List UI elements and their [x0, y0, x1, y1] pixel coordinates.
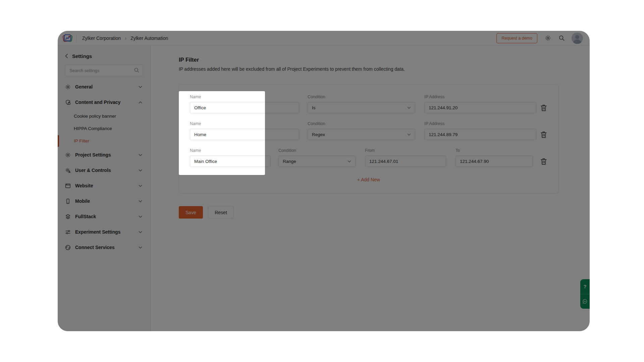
chevron-down-icon [139, 231, 142, 233]
sidebar-title: Settings [72, 53, 92, 59]
name-label: Name [190, 148, 201, 153]
page-description: IP addresses added here will be excluded… [179, 67, 405, 72]
delete-row-icon[interactable] [540, 158, 547, 166]
sub-item-label: IP Filter [74, 138, 89, 143]
sync-icon [65, 245, 71, 250]
settings-sidebar: Settings General [58, 46, 151, 331]
condition-value: Range [283, 159, 296, 164]
chevron-up-icon [139, 101, 142, 104]
gear-user-icon [65, 168, 71, 173]
active-indicator [58, 135, 59, 147]
sidebar-item-label: FullStack [75, 214, 139, 219]
reset-button[interactable]: Reset [208, 206, 234, 219]
sidebar-item-label: Experiment Settings [75, 229, 139, 235]
breadcrumb-project[interactable]: Zylker Automation [130, 36, 168, 41]
sidebar-item-project-settings[interactable]: Project Settings [58, 147, 150, 163]
ip-address-input[interactable] [424, 102, 536, 113]
sub-item-label: HIPPA Compliance [74, 126, 112, 131]
chevron-down-icon [407, 133, 411, 136]
ip-address-label: IP Address [424, 121, 444, 126]
condition-value: Regex [312, 132, 325, 137]
sidebar-item-user-and-controls[interactable]: User & Controls [58, 163, 150, 178]
from-input[interactable] [365, 156, 446, 167]
condition-value: Is [312, 105, 316, 110]
page-title: IP Filter [179, 57, 199, 63]
sidebar-item-general[interactable]: General [58, 79, 150, 95]
delete-row-icon[interactable] [540, 104, 547, 112]
pagesense-logo-icon [62, 34, 72, 43]
sidebar-item-mobile[interactable]: Mobile [58, 193, 150, 209]
sidebar-item-label: General [75, 84, 139, 89]
condition-select[interactable]: Is [308, 102, 415, 113]
condition-label: Condition [278, 148, 296, 153]
sidebar-item-cookie-policy-banner[interactable]: Cookie policy banner [58, 110, 150, 122]
chevron-down-icon [347, 160, 351, 163]
shield-lock-icon [65, 100, 71, 105]
sidebar-item-label: Connect Services [75, 245, 139, 250]
sidebar-item-label: User & Controls [75, 168, 139, 173]
delete-row-icon[interactable] [540, 131, 547, 139]
sidebar-item-label: Project Settings [75, 152, 139, 158]
sidebar-search [65, 64, 143, 76]
add-new-link[interactable]: + Add New [179, 177, 558, 182]
chevron-down-icon [139, 246, 142, 249]
search-settings-input[interactable] [65, 64, 143, 76]
name-input[interactable] [190, 156, 271, 167]
sidebar-item-experiment-settings[interactable]: Experiment Settings [58, 224, 150, 240]
save-button[interactable]: Save [179, 206, 203, 219]
sidebar-item-label: Website [75, 183, 139, 188]
breadcrumb-separator: › [125, 35, 126, 41]
settings-back[interactable]: Settings [65, 52, 143, 60]
sliders-icon [65, 229, 71, 235]
sidebar-item-label: Content and Privacy [75, 100, 139, 105]
app-window: Zylker Corporation › Zylker Automation R… [58, 31, 590, 331]
name-label: Name [190, 95, 201, 99]
main-content: IP Filter IP addresses added here will b… [151, 46, 590, 331]
topbar: Zylker Corporation › Zylker Automation R… [58, 31, 590, 46]
chevron-left-icon [65, 54, 68, 58]
ip-address-label: IP Address [424, 95, 444, 99]
sidebar-item-connect-services[interactable]: Connect Services [58, 240, 150, 255]
layers-icon [65, 214, 71, 220]
question-icon: ? [583, 284, 586, 289]
condition-select[interactable]: Range [278, 156, 356, 167]
gear-icon[interactable] [545, 35, 551, 41]
sidebar-item-ip-filter[interactable]: IP Filter [58, 135, 150, 147]
search-icon[interactable] [558, 35, 565, 41]
chevron-down-icon [139, 216, 142, 218]
chevron-down-icon [139, 200, 142, 202]
gear-icon [65, 84, 71, 90]
to-input[interactable] [455, 156, 533, 167]
sidebar-item-hippa-compliance[interactable]: HIPPA Compliance [58, 122, 150, 135]
sidebar-item-label: Mobile [75, 198, 139, 204]
request-demo-button[interactable]: Request a demo [496, 33, 537, 43]
help-chat-button[interactable] [580, 294, 590, 309]
condition-select[interactable]: Regex [308, 129, 415, 140]
sidebar-item-content-and-privacy[interactable]: Content and Privacy [58, 95, 150, 110]
condition-label: Condition [308, 121, 325, 126]
chevron-down-icon [139, 185, 142, 187]
avatar[interactable] [572, 33, 583, 44]
name-label: Name [190, 121, 201, 126]
condition-label: Condition [308, 95, 325, 99]
to-label: To [455, 148, 460, 153]
gear-icon [65, 152, 71, 158]
from-label: From [365, 148, 375, 153]
chevron-down-icon [139, 169, 142, 172]
sidebar-nav: General Content and Privacy Cookie polic… [58, 76, 150, 255]
browser-icon [65, 183, 71, 189]
help-widget: ? [580, 279, 590, 309]
ip-address-input[interactable] [424, 129, 536, 140]
breadcrumb-org[interactable]: Zylker Corporation [82, 36, 121, 41]
phone-icon [65, 198, 71, 204]
avatar-person-icon [572, 33, 583, 44]
sidebar-item-fullstack[interactable]: FullStack [58, 209, 150, 224]
search-icon [134, 67, 140, 73]
name-input[interactable] [190, 129, 299, 140]
ip-filter-panel: Name Condition Is IP Address Name Condit… [179, 84, 558, 193]
chevron-down-icon [139, 154, 142, 156]
name-input[interactable] [190, 102, 299, 113]
sidebar-item-website[interactable]: Website [58, 178, 150, 193]
chevron-down-icon [139, 86, 142, 88]
help-question-button[interactable]: ? [580, 279, 590, 294]
